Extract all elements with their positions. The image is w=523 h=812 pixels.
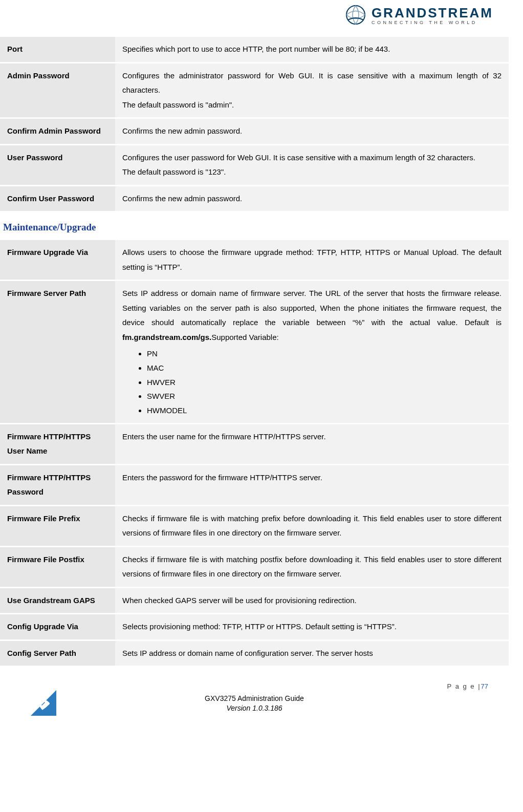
row-label: Config Server Path <box>0 640 115 667</box>
row-desc: Confirms the new admin password. <box>115 185 509 212</box>
row-desc: Checks if firmware file is with matching… <box>115 546 509 587</box>
page-label: P a g e | <box>447 682 481 690</box>
row-desc: Configures the user password for Web GUI… <box>115 144 509 185</box>
section-heading: Maintenance/Upgrade <box>3 222 509 233</box>
row-desc: Sets IP address or domain name of config… <box>115 640 509 667</box>
table-row: Firmware HTTP/HTTPS PasswordEnters the p… <box>0 464 509 505</box>
table-row: User PasswordConfigures the user passwor… <box>0 144 509 185</box>
table-row: Firmware Server PathSets IP address or d… <box>0 281 509 424</box>
row-desc: Configures the administrator password fo… <box>115 62 509 118</box>
brand-logo: GRANDSTREAM CONNECTING THE WORLD <box>344 3 493 27</box>
list-item: SWVER <box>147 389 502 403</box>
row-desc: Checks if firmware file is with matching… <box>115 505 509 546</box>
config-table-2: Firmware Upgrade ViaAllows users to choo… <box>0 240 509 667</box>
row-label: Port <box>0 37 115 62</box>
list-item: PN <box>147 347 502 361</box>
footer-title: GXV3275 Administration Guide <box>0 693 509 704</box>
row-label: Admin Password <box>0 62 115 118</box>
svg-point-0 <box>346 6 365 24</box>
row-label: Confirm Admin Password <box>0 118 115 145</box>
row-desc: Specifies which port to use to acce HTTP… <box>115 37 509 62</box>
page-header: GRANDSTREAM CONNECTING THE WORLD <box>0 0 509 37</box>
row-label: Firmware File Prefix <box>0 505 115 546</box>
list-item: HWVER <box>147 375 502 390</box>
table-row: Use Grandstream GAPSWhen checked GAPS se… <box>0 587 509 614</box>
row-label: Config Upgrade Via <box>0 614 115 640</box>
row-label: Firmware File Postfix <box>0 546 115 587</box>
row-desc: Sets IP address or domain name of firmwa… <box>115 281 509 424</box>
table-row: Admin PasswordConfigures the administrat… <box>0 62 509 118</box>
footer-version: Version 1.0.3.186 <box>0 704 509 712</box>
row-label: User Password <box>0 144 115 185</box>
brand-tagline: CONNECTING THE WORLD <box>372 20 493 25</box>
table-row: Config Upgrade ViaSelects provisioning m… <box>0 614 509 640</box>
list-item: HWMODEL <box>147 403 502 418</box>
row-desc: Enters the user name for the firmware HT… <box>115 423 509 464</box>
table-row: Config Server PathSets IP address or dom… <box>0 640 509 667</box>
globe-icon <box>344 3 367 27</box>
page-footer: P a g e |77 GXV3275 Administration Guide… <box>0 682 509 712</box>
footer-phone-icon <box>31 690 56 717</box>
table-row: Confirm User PasswordConfirms the new ad… <box>0 185 509 212</box>
page-number: P a g e |77 <box>0 682 509 690</box>
page-num-value: 77 <box>481 682 488 690</box>
row-label: Use Grandstream GAPS <box>0 587 115 614</box>
row-desc: Selects provisioning method: TFTP, HTTP … <box>115 614 509 640</box>
table-row: Firmware HTTP/HTTPS User NameEnters the … <box>0 423 509 464</box>
row-label: Firmware Server Path <box>0 281 115 424</box>
row-desc: When checked GAPS server will be used fo… <box>115 587 509 614</box>
row-desc: Allows users to choose the firmware upgr… <box>115 240 509 281</box>
brand-name: GRANDSTREAM <box>372 5 493 21</box>
table-row: Firmware File PostfixChecks if firmware … <box>0 546 509 587</box>
table-row: PortSpecifies which port to use to acce … <box>0 37 509 62</box>
row-label: Firmware HTTP/HTTPS Password <box>0 464 115 505</box>
table-row: Confirm Admin PasswordConfirms the new a… <box>0 118 509 145</box>
table-row: Firmware Upgrade ViaAllows users to choo… <box>0 240 509 281</box>
table-row: Firmware File PrefixChecks if firmware f… <box>0 505 509 546</box>
row-label: Confirm User Password <box>0 185 115 212</box>
row-desc: Confirms the new admin password. <box>115 118 509 145</box>
list-item: MAC <box>147 361 502 375</box>
config-table-1: PortSpecifies which port to use to acce … <box>0 37 509 212</box>
row-desc: Enters the password for the firmware HTT… <box>115 464 509 505</box>
svg-marker-1 <box>31 690 56 716</box>
row-label: Firmware Upgrade Via <box>0 240 115 281</box>
row-label: Firmware HTTP/HTTPS User Name <box>0 423 115 464</box>
